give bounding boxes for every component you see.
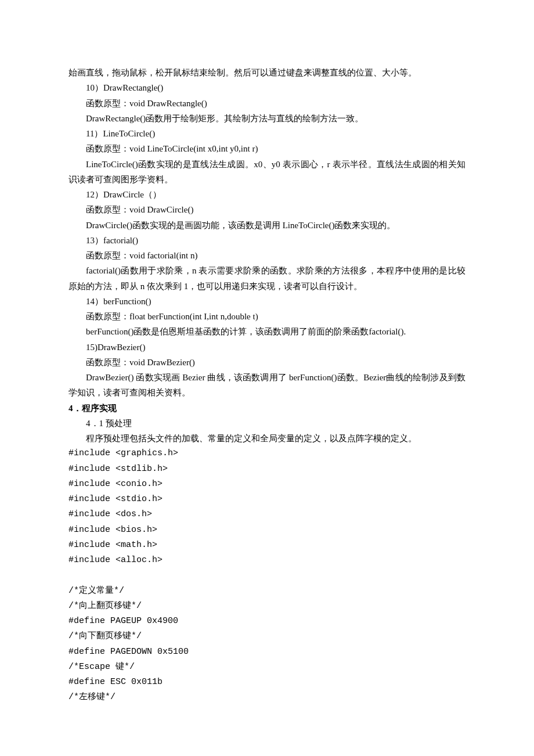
- item-13-proto: 函数原型：void factorial(int n): [68, 248, 466, 263]
- item-10-desc: DrawRectangle()函数用于绘制矩形。其绘制方法与直线的绘制方法一致。: [68, 111, 466, 126]
- item-15-proto: 函数原型：void DrawBezier(): [68, 355, 466, 370]
- item-13-title: 13）factorial(): [68, 233, 466, 248]
- code-line: #include <graphics.h>: [68, 446, 466, 461]
- item-12-title: 12）DrawCircle（）: [68, 187, 466, 202]
- code-define: #define ESC 0x011b: [68, 675, 466, 690]
- code-line: #include <stdlib.h>: [68, 462, 466, 477]
- item-10-proto: 函数原型：void DrawRectangle(): [68, 96, 466, 111]
- code-comment: /*左移键*/: [68, 690, 466, 705]
- code-line: #include <alloc.h>: [68, 553, 466, 568]
- section-4-1-desc: 程序预处理包括头文件的加载、常量的定义和全局变量的定义，以及点阵字模的定义。: [68, 431, 466, 446]
- item-14-desc: berFunction()函数是伯恩斯坦基函数的计算，该函数调用了前面的阶乘函数…: [68, 324, 466, 339]
- paragraph-intro: 始画直线，拖动鼠标，松开鼠标结束绘制。然后可以通过键盘来调整直线的位置、大小等。: [68, 65, 466, 80]
- code-line: #include <math.h>: [68, 538, 466, 553]
- item-11-proto: 函数原型：void LineToCircle(int x0,int y0,int…: [68, 141, 466, 156]
- code-comment: /*Escape 键*/: [68, 660, 466, 675]
- item-14-proto: 函数原型：float berFunction(int I,int n,doubl…: [68, 309, 466, 324]
- item-15-desc: DrawBezier() 函数实现画 Bezier 曲线，该函数调用了 berF…: [68, 370, 466, 401]
- code-comment: /*向下翻页移键*/: [68, 629, 466, 644]
- item-15-title: 15)DrawBezier(): [68, 340, 466, 355]
- code-line: #include <conio.h>: [68, 477, 466, 492]
- item-14-title: 14）berFunction(): [68, 294, 466, 309]
- item-12-proto: 函数原型：void DrawCircle(): [68, 202, 466, 217]
- item-13-desc: factorial()函数用于求阶乘，n 表示需要求阶乘的函数。求阶乘的方法很多…: [68, 263, 466, 294]
- item-11-desc: LineToCircle()函数实现的是直线法生成圆。x0、y0 表示圆心，r …: [68, 157, 466, 188]
- code-blank-line: [68, 568, 466, 583]
- code-line: #include <dos.h>: [68, 507, 466, 522]
- code-comment: /*定义常量*/: [68, 584, 466, 599]
- item-11-title: 11）LineToCircle(): [68, 126, 466, 141]
- document-page: 始画直线，拖动鼠标，松开鼠标结束绘制。然后可以通过键盘来调整直线的位置、大小等。…: [0, 0, 534, 756]
- code-line: #include <bios.h>: [68, 523, 466, 538]
- item-12-desc: DrawCircle()函数实现的是画圆功能，该函数是调用 LineToCirc…: [68, 218, 466, 233]
- code-line: #include <stdio.h>: [68, 492, 466, 507]
- section-4-1-heading: 4．1 预处理: [68, 416, 466, 431]
- item-10-title: 10）DrawRectangle(): [68, 80, 466, 95]
- section-4-heading: 4．程序实现: [68, 401, 466, 416]
- code-comment: /*向上翻页移键*/: [68, 599, 466, 614]
- code-define: #define PAGEUP 0x4900: [68, 614, 466, 629]
- code-define: #define PAGEDOWN 0x5100: [68, 645, 466, 660]
